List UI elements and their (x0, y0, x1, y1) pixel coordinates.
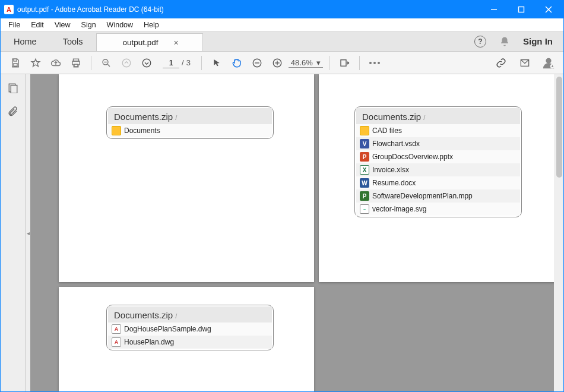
selection-arrow-icon[interactable] (208, 54, 226, 72)
svg-rect-1 (519, 7, 524, 12)
file-label: HousePlan.dwg (124, 338, 174, 346)
window-maximize-button[interactable] (508, 1, 535, 18)
svg-line-9 (107, 64, 110, 67)
archive-title: Documents.zip/ (356, 108, 520, 124)
hand-pan-icon[interactable] (228, 54, 246, 72)
svg-rect-7 (74, 64, 78, 67)
svg-point-12 (142, 59, 151, 67)
archive-card: Documents.zip/ Documents (106, 106, 274, 139)
menu-view[interactable]: View (49, 20, 76, 30)
archive-card: Documents.zip/ ADogHousePlanSample.dwgAH… (106, 305, 274, 350)
archive-card: Documents.zip/ CAD filesVFlowchart.vsdxP… (354, 106, 522, 217)
help-icon[interactable]: ? (474, 36, 486, 48)
app-icon: A (4, 5, 14, 14)
path-slash: / (173, 114, 177, 121)
zoom-out-icon[interactable] (248, 54, 266, 72)
menu-sign[interactable]: Sign (76, 20, 102, 30)
window-minimize-button[interactable] (480, 1, 508, 18)
main-toolbar: / 3 48.6% ▾ + (1, 52, 563, 74)
archive-title: Documents.zip/ (108, 306, 272, 323)
file-row: VFlowchart.vsdx (356, 137, 520, 150)
visio-icon: V (360, 139, 369, 148)
notifications-bell-icon[interactable] (499, 36, 510, 47)
svg-rect-4 (14, 59, 17, 61)
pdf-page-3: Documents.zip/ ADogHousePlanSample.dwgAH… (59, 287, 314, 391)
file-label: SoftwareDevelopmentPlan.mpp (372, 192, 473, 200)
svg-rect-18 (341, 59, 346, 66)
star-icon[interactable] (27, 54, 45, 72)
svg-point-23 (546, 58, 551, 63)
svg-point-19 (369, 62, 372, 64)
print-icon[interactable] (67, 54, 85, 72)
archive-rows-p3: ADogHousePlanSample.dwgAHousePlan.dwg (108, 323, 272, 349)
main-area: ◂ Documents.zip/ Documents Documents.zip… (1, 74, 563, 391)
email-icon[interactable] (516, 54, 534, 72)
menu-edit[interactable]: Edit (26, 20, 49, 30)
file-row: ADogHousePlanSample.dwg (108, 323, 272, 336)
tab-strip: Home Tools output.pdf × ? Sign In (1, 31, 563, 52)
attachments-panel-icon[interactable] (8, 105, 18, 117)
scrollbar-thumb[interactable] (556, 77, 562, 178)
collapse-left-handle[interactable]: ◂ (26, 74, 30, 391)
archive-rows-p2: CAD filesVFlowchart.vsdxPGroupDocsOvervi… (356, 124, 520, 216)
dwg-icon: A (112, 324, 121, 334)
sign-in-button[interactable]: Sign In (523, 36, 553, 46)
tab-document[interactable]: output.pdf × (96, 33, 203, 51)
folder-icon (112, 126, 121, 135)
window-titlebar: A output.pdf - Adobe Acrobat Reader DC (… (1, 1, 563, 18)
file-label: Invoice.xlsx (372, 166, 409, 174)
file-label: DogHousePlanSample.dwg (124, 325, 211, 333)
tab-close-icon[interactable]: × (174, 38, 179, 48)
page-indicator: / 3 (163, 58, 191, 68)
menu-help[interactable]: Help (138, 20, 164, 30)
page-current-input[interactable] (163, 58, 179, 68)
file-row: WResume.docx (356, 176, 520, 189)
dwg-icon: A (112, 337, 121, 347)
page-separator: / (182, 58, 184, 67)
path-slash: / (173, 312, 177, 320)
path-slash: / (421, 114, 425, 121)
file-row: XInvoice.xlsx (356, 163, 520, 176)
proj-icon: P (360, 191, 369, 201)
svg-rect-27 (11, 86, 17, 94)
zoom-in-icon[interactable] (268, 54, 286, 72)
archive-title-text: Documents.zip (114, 112, 173, 122)
page-down-icon[interactable] (138, 54, 156, 72)
menu-window[interactable]: Window (102, 20, 138, 30)
account-avatar-icon[interactable]: + (540, 54, 557, 72)
svg-point-11 (122, 59, 131, 67)
tab-home[interactable]: Home (1, 31, 50, 51)
chevron-down-icon: ▾ (316, 58, 321, 67)
share-link-icon[interactable] (492, 54, 510, 72)
svg-rect-5 (14, 63, 17, 66)
tab-tools[interactable]: Tools (50, 31, 96, 51)
tab-document-label: output.pdf (123, 38, 159, 47)
triangle-left-icon: ◂ (27, 230, 30, 236)
more-tools-icon[interactable] (366, 54, 384, 72)
window-close-button[interactable] (535, 1, 562, 18)
thumbnails-panel-icon[interactable] (8, 83, 18, 93)
page-up-icon[interactable] (118, 54, 135, 72)
zoom-percent-value: 48.6% (291, 58, 313, 67)
svg-text:+: + (551, 64, 553, 69)
folder-icon (360, 126, 369, 135)
zoom-find-icon[interactable] (97, 54, 115, 72)
ppt-icon: P (360, 152, 369, 162)
file-label: Flowchart.vsdx (372, 140, 420, 148)
file-label: GroupDocsOverview.pptx (372, 153, 453, 161)
document-viewport[interactable]: ◂ Documents.zip/ Documents Documents.zip… (26, 74, 563, 391)
page-total: 3 (186, 58, 191, 67)
fit-width-icon[interactable] (335, 54, 353, 72)
doc-icon: W (360, 178, 369, 188)
window-title: output.pdf - Adobe Acrobat Reader DC (64… (17, 5, 480, 14)
file-row: CAD files (356, 124, 520, 137)
cloud-upload-icon[interactable] (47, 54, 65, 72)
save-icon[interactable] (7, 54, 24, 72)
file-row: PSoftwareDevelopmentPlan.mpp (356, 189, 520, 203)
zoom-percent-dropdown[interactable]: 48.6% ▾ (289, 58, 323, 68)
archive-title-text: Documents.zip (114, 310, 173, 320)
menu-file[interactable]: File (3, 20, 26, 30)
file-label: Resume.docx (372, 179, 416, 187)
archive-title-text: Documents.zip (362, 112, 421, 122)
file-label: vector-image.svg (372, 205, 426, 213)
